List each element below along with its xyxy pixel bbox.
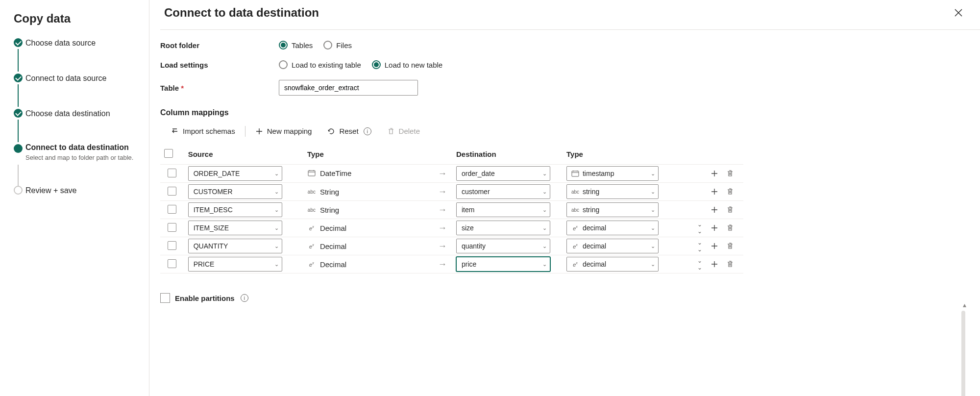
- chevron-down-icon: ⌄: [651, 261, 655, 268]
- source-column-select[interactable]: QUANTITY⌄: [188, 239, 282, 253]
- destination-type-select[interactable]: abc string ⌄: [566, 184, 659, 199]
- source-column-select[interactable]: ORDER_DATE⌄: [188, 166, 282, 181]
- radio-checked-icon: [372, 60, 381, 69]
- import-schemas-button[interactable]: Import schemas: [163, 124, 243, 138]
- import-icon: [171, 127, 179, 135]
- options-toggle[interactable]: ⌄⌄: [696, 257, 703, 271]
- type-icon: ex: [571, 224, 580, 232]
- table-row: ITEM_DESC⌄ abc String → item⌄ abc string…: [160, 201, 743, 219]
- type-icon: [571, 170, 580, 177]
- destination-column-select[interactable]: item⌄: [456, 202, 550, 217]
- destination-column-select[interactable]: order_date⌄: [456, 166, 550, 181]
- options-toggle[interactable]: ⌄⌄: [696, 221, 703, 235]
- enable-partitions-checkbox[interactable]: [160, 293, 170, 303]
- info-icon: i: [364, 127, 371, 135]
- source-column-select[interactable]: ITEM_DESC⌄: [188, 202, 282, 217]
- close-icon: [954, 8, 963, 18]
- svg-rect-0: [308, 171, 315, 176]
- add-row-button[interactable]: [710, 187, 719, 196]
- row-checkbox[interactable]: [168, 259, 176, 268]
- type-icon: abc: [571, 206, 580, 214]
- source-type-label: abc String: [307, 206, 339, 214]
- wizard-title: Copy data: [14, 12, 139, 25]
- info-icon[interactable]: i: [241, 294, 248, 302]
- chevron-down-icon: ⌄: [651, 189, 655, 195]
- step-connect-data-source[interactable]: Connect to data source: [14, 72, 139, 85]
- add-row-button[interactable]: [710, 260, 719, 269]
- destination-type-select[interactable]: ex decimal ⌄: [566, 221, 659, 235]
- radio-load-existing[interactable]: Load to existing table: [279, 60, 361, 69]
- table-name-input[interactable]: [279, 80, 418, 96]
- destination-type-select[interactable]: ex decimal ⌄: [566, 257, 659, 272]
- destination-type-select[interactable]: abc string ⌄: [566, 202, 659, 217]
- radio-load-new[interactable]: Load to new table: [372, 60, 442, 69]
- chevron-down-icon: ⌄: [542, 171, 547, 177]
- new-mapping-button[interactable]: New mapping: [247, 124, 320, 138]
- table-row: PRICE⌄ ex Decimal → price⌄ ex decimal ⌄ …: [160, 255, 743, 273]
- add-row-button[interactable]: [710, 223, 719, 232]
- radio-checked-icon: [279, 41, 288, 50]
- destination-type-select[interactable]: ex decimal ⌄: [566, 239, 659, 253]
- delete-row-button[interactable]: [726, 260, 735, 269]
- row-checkbox[interactable]: [168, 223, 176, 232]
- step-choose-data-destination[interactable]: Choose data destination: [14, 107, 139, 121]
- chevron-down-icon: ⌄: [274, 243, 279, 249]
- delete-row-button[interactable]: [726, 242, 735, 250]
- add-row-button[interactable]: [710, 242, 719, 250]
- reset-button[interactable]: Reset i: [319, 124, 379, 138]
- chevron-down-icon: ⌄: [274, 207, 279, 213]
- source-type-label: DateTime: [307, 169, 351, 177]
- main-panel: Connect to data destination Root folder …: [149, 0, 980, 396]
- destination-column-select[interactable]: customer⌄: [456, 184, 550, 199]
- source-type-label: ex Decimal: [307, 260, 346, 269]
- options-toggle[interactable]: ⌄⌄: [696, 239, 703, 253]
- delete-row-button[interactable]: [726, 223, 735, 232]
- row-checkbox[interactable]: [168, 205, 176, 214]
- delete-button[interactable]: Delete: [379, 124, 428, 138]
- destination-column-select[interactable]: size⌄: [456, 221, 550, 235]
- arrow-right-icon: →: [438, 223, 447, 233]
- destination-column-select[interactable]: quantity⌄: [456, 239, 550, 253]
- chevron-down-icon: ⌄: [651, 171, 655, 177]
- scroll-up-icon[interactable]: ▴: [963, 301, 966, 309]
- step-choose-data-source[interactable]: Choose data source: [14, 36, 139, 50]
- add-row-button[interactable]: [710, 205, 719, 214]
- wizard-steps: Choose data source Connect to data sourc…: [14, 36, 139, 198]
- type-icon: abc: [571, 188, 580, 196]
- col-header-dtype: Type: [563, 144, 674, 165]
- radio-unchecked-icon: [323, 41, 332, 50]
- column-mappings-title: Column mappings: [160, 108, 968, 117]
- svg-rect-1: [572, 171, 579, 176]
- step-connect-data-destination[interactable]: Connect to data destination Select and m…: [14, 142, 139, 162]
- radio-tables[interactable]: Tables: [279, 41, 313, 50]
- mappings-table: Source Type Destination Type ORDER_DATE⌄…: [160, 144, 743, 273]
- current-step-icon: [14, 144, 23, 153]
- table-row: ITEM_SIZE⌄ ex Decimal → size⌄ ex decimal…: [160, 219, 743, 237]
- select-all-checkbox[interactable]: [164, 149, 173, 158]
- type-icon: abc: [307, 206, 316, 214]
- step-review-save[interactable]: Review + save: [14, 184, 139, 198]
- source-column-select[interactable]: CUSTOMER⌄: [188, 184, 282, 199]
- arrow-right-icon: →: [438, 205, 447, 215]
- arrow-right-icon: →: [438, 169, 447, 178]
- destination-type-select[interactable]: timestamp ⌄: [566, 166, 659, 181]
- add-row-button[interactable]: [710, 169, 719, 178]
- radio-files[interactable]: Files: [323, 41, 352, 50]
- type-icon: [307, 169, 316, 177]
- chevron-down-icon: ⌄: [542, 225, 547, 231]
- scrollbar[interactable]: [961, 311, 965, 396]
- type-icon: abc: [307, 188, 316, 196]
- reset-icon: [327, 127, 335, 135]
- arrow-right-icon: →: [438, 187, 447, 197]
- chevron-down-icon: ⌄: [651, 225, 655, 231]
- source-column-select[interactable]: PRICE⌄: [188, 257, 282, 272]
- delete-row-button[interactable]: [726, 187, 735, 196]
- row-checkbox[interactable]: [168, 169, 176, 177]
- row-checkbox[interactable]: [168, 241, 176, 250]
- delete-row-button[interactable]: [726, 205, 735, 214]
- destination-column-select[interactable]: price⌄: [456, 257, 550, 272]
- delete-row-button[interactable]: [726, 169, 735, 178]
- source-column-select[interactable]: ITEM_SIZE⌄: [188, 221, 282, 235]
- row-checkbox[interactable]: [168, 187, 176, 196]
- close-button[interactable]: [952, 6, 965, 20]
